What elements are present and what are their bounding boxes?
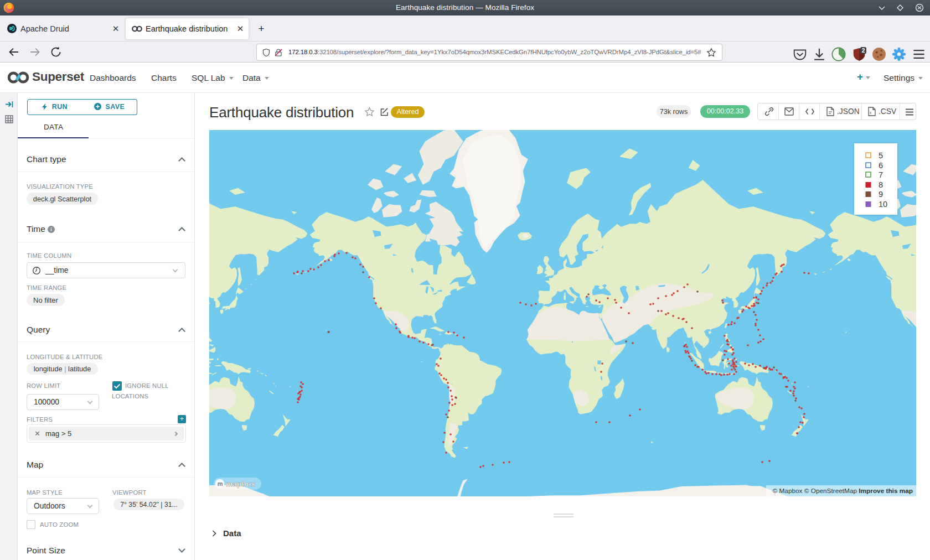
svg-text:mapbox: mapbox xyxy=(226,480,255,488)
svg-text:5: 5 xyxy=(879,151,883,160)
svg-text:x: x xyxy=(870,111,872,115)
svg-text:m: m xyxy=(218,480,223,487)
svg-text:9: 9 xyxy=(879,190,883,199)
svg-text:7: 7 xyxy=(879,170,883,179)
svg-text:2: 2 xyxy=(862,48,865,54)
svg-text:8: 8 xyxy=(879,180,883,189)
svg-text:10: 10 xyxy=(879,200,887,209)
svg-text:6: 6 xyxy=(879,161,883,170)
